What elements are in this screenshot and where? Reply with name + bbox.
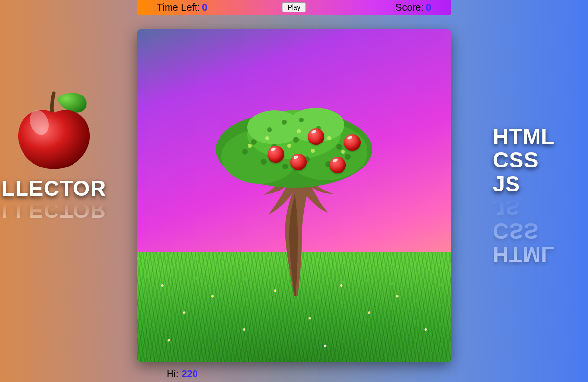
stack-line-html-reflection: HTML xyxy=(493,242,588,266)
svg-point-17 xyxy=(267,127,272,132)
logo-block: LLECTOR LLECTOR xyxy=(0,88,113,222)
svg-point-7 xyxy=(251,139,257,145)
svg-point-21 xyxy=(248,144,252,148)
score-value: 0 xyxy=(426,2,431,13)
stack-line-css: CSS xyxy=(493,148,588,172)
svg-point-25 xyxy=(311,149,315,153)
time-left-value: 0 xyxy=(202,2,207,13)
tech-stack-block: HTML CSS JS HTML CSS JS xyxy=(493,125,588,266)
svg-point-15 xyxy=(336,144,342,150)
time-left-label: Time Left: xyxy=(157,2,200,13)
svg-point-28 xyxy=(287,144,291,148)
apple-icon xyxy=(12,88,96,171)
time-left-group: Time Left: 0 xyxy=(157,2,207,13)
score-label: Score: xyxy=(395,2,424,13)
svg-point-22 xyxy=(265,136,269,140)
game-stage[interactable] xyxy=(137,29,451,362)
logo-title-reflection: LLECTOR xyxy=(0,198,113,222)
svg-point-6 xyxy=(242,149,248,155)
stack-line-js-reflection: JS xyxy=(493,195,588,218)
svg-point-26 xyxy=(327,136,331,140)
tree-apple[interactable] xyxy=(308,128,324,145)
logo-title: LLECTOR xyxy=(0,176,113,201)
svg-point-8 xyxy=(261,159,267,165)
tree-apple[interactable] xyxy=(290,154,307,170)
hiscore-value: 220 xyxy=(181,368,197,380)
svg-point-16 xyxy=(345,154,351,160)
svg-point-24 xyxy=(297,129,301,133)
svg-point-11 xyxy=(293,137,299,143)
tree-apple[interactable] xyxy=(344,134,361,151)
top-bar: Time Left: 0 Play Score: 0 xyxy=(137,0,451,15)
play-button[interactable]: Play xyxy=(282,2,306,12)
svg-point-10 xyxy=(282,164,288,169)
apple-tree xyxy=(201,93,387,299)
stack-line-html: HTML xyxy=(493,125,588,148)
svg-point-27 xyxy=(341,150,345,154)
stack-line-js: JS xyxy=(493,172,588,196)
tree-apple[interactable] xyxy=(329,157,346,173)
score-group: Score: 0 xyxy=(395,2,431,13)
hiscore-group: Hi: 220 xyxy=(167,368,198,380)
stack-line-css-reflection: CSS xyxy=(493,219,588,242)
hiscore-label: Hi: xyxy=(167,368,178,380)
svg-point-19 xyxy=(299,118,304,122)
svg-point-18 xyxy=(282,120,287,125)
tree-apple[interactable] xyxy=(268,146,284,163)
